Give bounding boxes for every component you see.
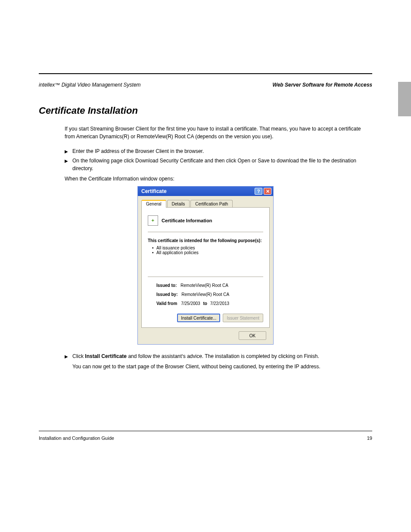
install-certificate-button[interactable]: Install Certificate... bbox=[177, 314, 220, 322]
footer-page-number: 19 bbox=[367, 436, 372, 441]
bullet-3-prefix: Click bbox=[72, 353, 85, 359]
ok-button[interactable]: OK bbox=[239, 331, 266, 340]
valid-from-label: Valid from bbox=[156, 301, 177, 306]
header-left: intellex™ Digital Video Management Syste… bbox=[39, 82, 141, 88]
bullet-1-text: Enter the IP address of the Browser Clie… bbox=[72, 147, 204, 155]
section-title: Certificate Installation bbox=[39, 105, 372, 116]
header-rule bbox=[39, 73, 372, 74]
tab-certification-path[interactable]: Certification Path bbox=[190, 200, 233, 208]
bullet-3-action: Install Certificate bbox=[85, 353, 127, 359]
issued-to-label: Issued to: bbox=[156, 283, 177, 288]
dialog-title: Certificate bbox=[141, 188, 167, 194]
issuer-statement-button: Issuer Statement bbox=[223, 314, 263, 322]
help-icon[interactable]: ? bbox=[255, 188, 262, 195]
after-figure-intro: When the Certificate Information window … bbox=[65, 175, 372, 183]
bullet-3-extra: You can now get to the start page of the… bbox=[72, 364, 321, 370]
certificate-icon: ✦ bbox=[148, 215, 158, 226]
bullet-icon: ▶ bbox=[65, 148, 72, 155]
purpose-label: This certificate is intended for the fol… bbox=[148, 238, 263, 243]
bullet-icon: ▶ bbox=[65, 158, 72, 164]
footer-left: Installation and Configuration Guide bbox=[39, 436, 114, 441]
divider bbox=[148, 232, 263, 232]
intro-paragraph: If you start Streaming Browser Client fo… bbox=[65, 125, 372, 140]
side-tab bbox=[398, 82, 411, 116]
header-right: Web Server Software for Remote Access bbox=[273, 82, 372, 88]
bullet-icon: ▶ bbox=[65, 353, 72, 360]
bullet-2-text: On the following page click Download Sec… bbox=[72, 157, 372, 172]
certificate-dialog: Certificate ? ✕ General Details Certific… bbox=[137, 186, 274, 345]
bullet-3-text: Click Install Certificate and follow the… bbox=[72, 352, 321, 370]
valid-to-label: to bbox=[203, 301, 207, 306]
footer-rule bbox=[39, 431, 372, 431]
issued-by-value: RemoteView(R) Root CA bbox=[181, 292, 229, 297]
valid-to-value: 7/22/2013 bbox=[210, 301, 230, 306]
issued-by-label: Issued by: bbox=[156, 292, 177, 297]
valid-from-value: 7/25/2003 bbox=[181, 301, 200, 306]
issued-to-value: RemoteView(R) Root CA bbox=[181, 283, 228, 288]
certificate-info-heading: Certificate Information bbox=[162, 218, 212, 223]
tab-pane-general: ✦ Certificate Information This certifica… bbox=[141, 207, 270, 328]
divider bbox=[148, 277, 263, 277]
dialog-titlebar: Certificate ? ✕ bbox=[138, 187, 273, 196]
bullet-3-suffix: and follow the assistant‘s advice. The i… bbox=[128, 353, 319, 359]
tab-general[interactable]: General bbox=[141, 200, 166, 208]
tab-details[interactable]: Details bbox=[167, 200, 190, 208]
purpose-item: All application policies bbox=[156, 250, 263, 255]
close-icon[interactable]: ✕ bbox=[264, 188, 271, 195]
purpose-item: All issuance policies bbox=[156, 246, 263, 250]
